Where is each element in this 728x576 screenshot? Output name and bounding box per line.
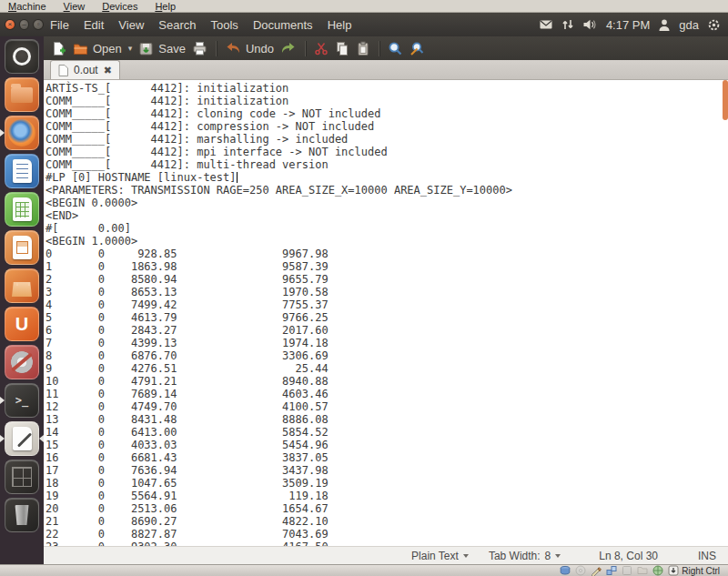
menu-item[interactable]: View [118,18,144,32]
tab-width-selector[interactable]: Tab Width: 8 [489,550,561,562]
launcher-item-ubuntu-one[interactable]: U [5,307,39,341]
minimize-window-button[interactable]: – [19,19,30,30]
guest-desktop: U >_ Open ▾ Save [0,36,728,564]
ubuntu-logo-icon [13,47,31,66]
session-gear-icon[interactable] [707,18,721,32]
terminal-icon: >_ [15,394,28,407]
launcher-item-libreoffice-writer[interactable] [5,154,39,188]
save-button[interactable]: Save [138,41,186,56]
open-button[interactable]: Open [73,42,122,56]
code-line: 21 0 8690.27 4822.10 [46,515,728,528]
window-controls: × – ▫ [0,19,44,30]
new-document-button[interactable] [51,41,66,56]
shared-folders-icon[interactable] [637,565,648,576]
menu-item[interactable]: Tools [211,18,238,32]
launcher-item-firefox[interactable] [5,116,39,150]
user-icon [658,18,671,32]
network-icon[interactable] [606,565,617,576]
optical-disk-icon[interactable] [575,565,586,576]
undo-button[interactable]: Undo [225,41,274,56]
calc-icon [13,197,32,221]
vbox-menu-item[interactable]: Help [155,1,176,12]
vertical-scrollbar-thumb[interactable] [723,80,728,120]
paste-button[interactable] [356,41,370,56]
language-selector[interactable]: Plain Text [411,550,469,562]
volume-icon[interactable] [582,17,598,32]
mail-icon[interactable] [539,17,553,32]
code-line: 23 0 9302.30 4167.50 [46,541,728,546]
display-icon[interactable] [652,565,663,576]
code-line: COMM_____[ 4412]: mpi interface -> NOT i… [46,146,728,158]
code-line: 12 0 4749.70 4100.57 [46,400,728,413]
launcher-item-libreoffice-impress[interactable] [5,230,39,265]
gedit-icon [13,427,32,450]
tab-bar: 0.out ✖ [44,60,728,80]
launcher-item-trash[interactable] [5,498,39,532]
files-icon [11,87,33,103]
code-line: COMM_____[ 4412]: initialization [46,95,728,107]
tab-0out[interactable]: 0.out ✖ [50,60,120,79]
menu-item[interactable]: Documents [253,18,313,32]
writer-icon [13,159,32,183]
tab-width-value: 8 [545,550,551,562]
menu-item[interactable]: Edit [84,18,104,32]
chevron-down-icon [555,554,561,561]
vbox-menu-item[interactable]: Devices [102,1,137,12]
code-line: 17 0 7636.94 3437.98 [46,464,728,477]
software-center-icon [12,282,32,297]
vbox-menu-item[interactable]: View [64,1,86,12]
ubuntu-one-icon: U [15,314,28,335]
language-label: Plain Text [411,550,459,562]
vbox-menu-item[interactable]: Machine [8,1,46,12]
code-line: 7 0 4399.13 1974.18 [46,337,728,349]
close-window-button[interactable]: × [5,19,15,30]
toolbar-separator [216,41,217,56]
launcher-item-libreoffice-calc[interactable] [5,192,39,227]
username[interactable]: gda [679,18,699,32]
open-dropdown-caret-icon[interactable]: ▾ [128,44,133,53]
usb-icon[interactable] [622,565,632,576]
find-replace-button[interactable] [410,41,425,56]
find-button[interactable] [388,41,403,56]
code-line: 1 0 1863.98 9587.39 [46,260,728,273]
code-line: COMM_____[ 4412]: multi-thread version [46,158,728,171]
network-traffic-icon[interactable] [561,17,574,32]
text-editing-area[interactable]: ARTÌS-TS_[ 4412]: initializationCOMM____… [44,80,728,546]
copy-button[interactable] [335,41,349,56]
serial-port-icon[interactable] [591,565,602,576]
code-line: 2 0 8580.94 9655.79 [46,273,728,286]
trash-icon [15,505,30,525]
code-line: 14 0 6413.00 5854.52 [46,426,728,439]
clock[interactable]: 4:17 PM [606,18,650,32]
launcher-item-system-settings[interactable] [5,345,39,379]
host-key-indicator: Right Ctrl [668,565,720,576]
save-label: Save [158,42,186,56]
hard-disk-icon[interactable] [560,565,571,576]
vbox-statusbar: Right Ctrl [0,564,728,576]
cut-button[interactable] [314,41,329,56]
code-line: COMM_____[ 4412]: compression -> NOT inc… [46,120,728,133]
launcher-item-workspace-switcher[interactable] [5,460,39,494]
code-line: 16 0 6681.43 3837.05 [46,451,728,464]
gedit-toolbar: Open ▾ Save Undo [44,36,728,60]
launcher-item-terminal[interactable]: >_ [5,383,39,418]
launcher-item-dash[interactable] [5,39,39,74]
launcher-item-software-center[interactable] [5,268,39,303]
maximize-window-button[interactable]: ▫ [33,19,44,30]
code-line: 19 0 5564.91 119.18 [46,490,728,502]
redo-button[interactable] [280,41,297,56]
tab-close-icon[interactable]: ✖ [104,66,112,76]
launcher-item-gedit[interactable] [5,421,39,456]
menu-item[interactable]: File [50,18,69,32]
print-button[interactable] [192,41,207,56]
menu-item[interactable]: Search [158,18,196,32]
launcher-item-files[interactable] [5,77,39,112]
gedit-menubar: FileEditViewSearchToolsDocumentsHelp [50,18,351,32]
firefox-icon [8,119,35,147]
menu-item[interactable]: Help [328,18,352,32]
undo-label: Undo [246,42,274,56]
code-line: 11 0 7689.14 4603.46 [46,388,728,400]
code-line: #LP [0] HOSTNAME [linux-test] [46,171,728,184]
chevron-down-icon [463,554,469,561]
impress-icon [13,236,32,259]
